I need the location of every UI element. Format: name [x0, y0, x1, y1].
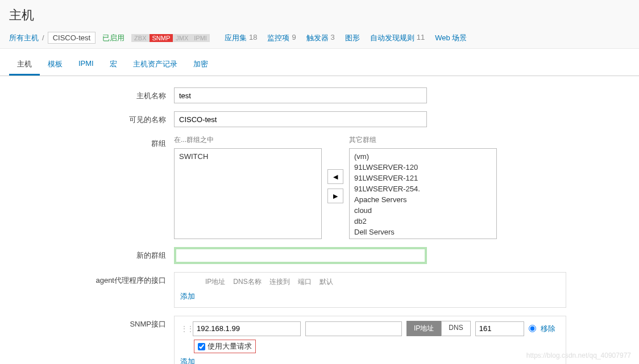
- list-item[interactable]: db2: [352, 216, 494, 227]
- list-item[interactable]: Discovered hosts: [352, 237, 494, 239]
- list-item[interactable]: cloud: [352, 205, 494, 216]
- snmp-bulk-label: 使用大量请求: [208, 341, 252, 352]
- other-groups-listbox[interactable]: (vm)91LWSERVER-12091LWSERVER-12191LWSERV…: [349, 148, 497, 239]
- agent-col-port: 端口: [298, 277, 312, 287]
- list-item[interactable]: SWITCH: [177, 151, 319, 162]
- list-item[interactable]: 91LWSERVER-120: [352, 162, 494, 173]
- other-groups-label: 其它群组: [349, 135, 497, 145]
- link-web[interactable]: Web 场景: [435, 33, 467, 43]
- visible-name-input[interactable]: [174, 111, 427, 127]
- link-discovery[interactable]: 自动发现规则11: [370, 33, 425, 43]
- host-meta-links: 应用集18 监控项9 触发器3 图形 自动发现规则11 Web 场景: [225, 33, 467, 43]
- tab-ipmi[interactable]: IPMI: [70, 55, 102, 76]
- agent-col-default: 默认: [320, 277, 333, 287]
- groups-label: 群组: [9, 135, 174, 149]
- tag-zbx: ZBX: [131, 34, 149, 42]
- in-groups-listbox[interactable]: SWITCH: [174, 148, 322, 239]
- snmp-connect-toggle: IP地址 DNS: [406, 321, 471, 336]
- agent-interface-box: IP地址 DNS名称 连接到 端口 默认 添加: [174, 272, 566, 308]
- snmp-remove-link[interactable]: 移除: [541, 324, 555, 334]
- visible-name-label: 可见的名称: [9, 111, 174, 125]
- snmp-interface-box: IP地址 DNS 移除 使用大量请求 添加: [174, 316, 566, 364]
- snmp-connect-ip[interactable]: IP地址: [406, 321, 441, 336]
- tag-jmx: JMX: [173, 34, 191, 42]
- agent-interface-label: agent代理程序的接口: [9, 272, 174, 286]
- tab-inventory[interactable]: 主机资产记录: [125, 55, 185, 76]
- tab-templates[interactable]: 模板: [40, 55, 70, 76]
- snmp-add-link[interactable]: 添加: [180, 357, 195, 364]
- link-triggers[interactable]: 触发器3: [306, 33, 335, 43]
- host-name-input[interactable]: [174, 87, 427, 103]
- tab-encryption[interactable]: 加密: [185, 55, 216, 76]
- list-item[interactable]: Dell Servers: [352, 227, 494, 237]
- host-enabled-status: 已启用: [102, 33, 125, 43]
- list-item[interactable]: 91LWSERVER-121: [352, 173, 494, 183]
- new-group-label: 新的群组: [9, 247, 174, 261]
- snmp-ip-input[interactable]: [193, 321, 301, 336]
- tabs: 主机 模板 IPMI 宏 主机资产记录 加密: [0, 49, 639, 76]
- snmp-bulk-checkbox[interactable]: [198, 343, 205, 350]
- watermark: https://blog.csdn.net/qq_40907977: [526, 352, 631, 359]
- move-right-button[interactable]: ▶: [327, 189, 343, 203]
- breadcrumb-sep: /: [42, 34, 44, 42]
- agent-col-ip: IP地址: [205, 277, 225, 287]
- triangle-right-icon: ▶: [333, 193, 338, 200]
- snmp-interface-label: SNMP接口: [9, 316, 174, 329]
- move-left-button[interactable]: ◀: [327, 169, 343, 184]
- link-applications[interactable]: 应用集18: [225, 33, 257, 43]
- drag-handle-icon[interactable]: [180, 328, 188, 330]
- breadcrumb: 所有主机 / CISCO-test 已启用 ZBX SNMP JMX IPMI …: [9, 32, 630, 44]
- breadcrumb-all-hosts[interactable]: 所有主机: [9, 33, 39, 43]
- host-name-label: 主机名称: [9, 87, 174, 101]
- host-tags: ZBX SNMP JMX IPMI: [131, 34, 210, 42]
- link-items[interactable]: 监控项9: [267, 33, 296, 43]
- snmp-default-radio[interactable]: [529, 325, 536, 332]
- link-graphs[interactable]: 图形: [345, 33, 360, 43]
- breadcrumb-current-host: CISCO-test: [48, 32, 96, 44]
- page-title: 主机: [9, 7, 630, 24]
- tab-host[interactable]: 主机: [9, 55, 40, 76]
- agent-col-connect: 连接到: [269, 277, 290, 287]
- new-group-input[interactable]: [174, 247, 427, 264]
- agent-col-dns: DNS名称: [233, 277, 261, 287]
- in-groups-label: 在...群组之中: [174, 135, 322, 145]
- list-item[interactable]: 91LWSERVER-254.: [352, 183, 494, 194]
- list-item[interactable]: Apache Servers: [352, 194, 494, 205]
- tab-macros[interactable]: 宏: [102, 55, 125, 76]
- snmp-bulk-highlight: 使用大量请求: [194, 340, 256, 353]
- agent-add-link[interactable]: 添加: [180, 292, 195, 300]
- snmp-port-input[interactable]: [475, 321, 524, 336]
- snmp-dns-input[interactable]: [305, 321, 402, 336]
- snmp-connect-dns[interactable]: DNS: [441, 321, 470, 336]
- tag-snmp: SNMP: [150, 34, 173, 42]
- triangle-left-icon: ◀: [333, 173, 338, 181]
- list-item[interactable]: (vm): [352, 151, 494, 162]
- tag-ipmi: IPMI: [191, 34, 210, 42]
